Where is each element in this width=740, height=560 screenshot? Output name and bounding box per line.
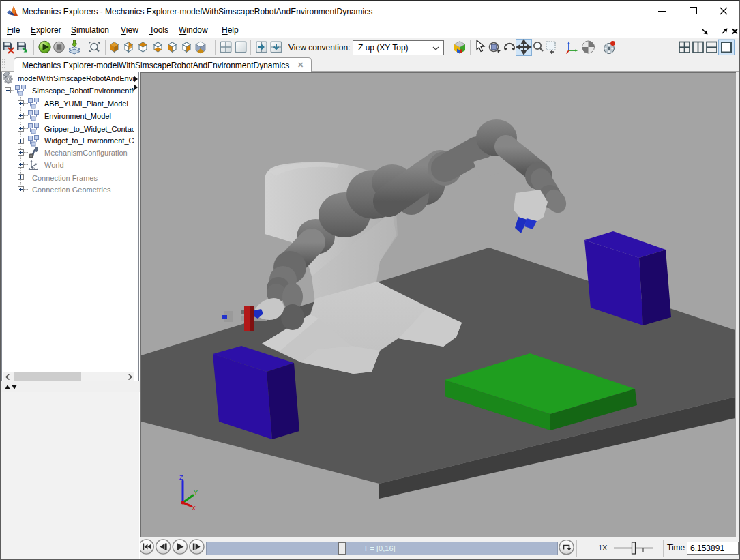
svg-text:Y: Y [194, 489, 198, 496]
svg-text:Z: Z [179, 474, 183, 481]
svg-text:X: X [192, 505, 196, 512]
